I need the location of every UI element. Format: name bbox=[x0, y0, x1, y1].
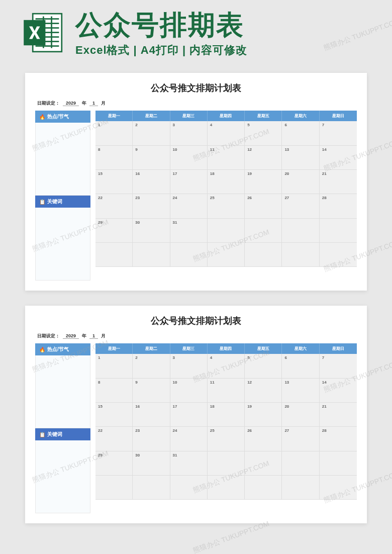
svg-rect-7 bbox=[36, 45, 59, 47]
day-cell: 19 bbox=[245, 403, 282, 427]
sidebar-keywords-header: 📋 关键词 bbox=[35, 428, 90, 440]
weekday-cell: 星期五 bbox=[245, 111, 282, 121]
preview-card-2: 公众号推文排期计划表 日期设定： 2029 年 1 月 🔥 热点/节气 📋 bbox=[25, 306, 367, 523]
weekday-cell: 星期一 bbox=[95, 111, 133, 121]
day-cell bbox=[95, 243, 133, 267]
day-cell bbox=[320, 243, 357, 267]
svg-rect-1 bbox=[36, 18, 59, 20]
weekday-cell: 星期日 bbox=[320, 343, 357, 354]
day-cell bbox=[282, 451, 319, 476]
day-cell bbox=[282, 219, 319, 243]
day-cell: 4 bbox=[208, 354, 245, 378]
day-cell bbox=[320, 476, 357, 500]
doc-title: 公众号推文排期计划表 bbox=[35, 82, 357, 94]
day-cell: 28 bbox=[320, 427, 357, 451]
weekday-cell: 星期二 bbox=[133, 343, 170, 354]
watermark: 熊猫办公 TUKUPPT.COM bbox=[192, 519, 271, 554]
weekday-cell: 星期四 bbox=[208, 111, 245, 121]
list-icon: 📋 bbox=[39, 199, 45, 205]
day-cell: 10 bbox=[170, 146, 208, 170]
day-cell bbox=[133, 476, 170, 500]
date-row: 日期设定： 2029 年 1 月 bbox=[35, 333, 357, 339]
doc-title: 公众号推文排期计划表 bbox=[35, 315, 357, 327]
day-cell: 15 bbox=[95, 403, 133, 427]
sidebar-hotspot-body bbox=[35, 355, 90, 428]
day-cell: 27 bbox=[282, 194, 319, 218]
calendar-header: 星期一星期二星期三星期四星期五星期六星期日 bbox=[95, 111, 357, 121]
day-cell: 16 bbox=[133, 403, 170, 427]
weekday-cell: 星期六 bbox=[282, 343, 319, 354]
weekday-cell: 星期一 bbox=[95, 343, 133, 354]
sidebar-hotspot-body bbox=[35, 123, 90, 196]
day-cell: 31 bbox=[170, 219, 208, 243]
flame-icon: 🔥 bbox=[39, 114, 45, 120]
day-cell: 25 bbox=[208, 427, 245, 451]
sidebar-hotspot-header: 🔥 热点/节气 bbox=[35, 343, 90, 355]
calendar: 星期一星期二星期三星期四星期五星期六星期日 123456789101112131… bbox=[95, 111, 357, 281]
day-cell: 15 bbox=[95, 170, 133, 194]
day-cell: 7 bbox=[320, 121, 357, 145]
sidebar-hotspot-header: 🔥 热点/节气 bbox=[35, 111, 90, 123]
day-cell: 29 bbox=[95, 451, 133, 476]
weekday-cell: 星期日 bbox=[320, 111, 357, 121]
day-cell: 2 bbox=[133, 121, 170, 145]
day-cell bbox=[208, 219, 245, 243]
flame-icon: 🔥 bbox=[39, 347, 45, 352]
day-cell: 5 bbox=[245, 354, 282, 378]
day-cell: 7 bbox=[320, 354, 357, 378]
day-cell bbox=[95, 476, 133, 500]
year-value: 2029 bbox=[63, 333, 79, 339]
day-cell: 2 bbox=[133, 354, 170, 378]
day-cell: 21 bbox=[320, 170, 357, 194]
sidebar-keywords-body bbox=[35, 208, 90, 281]
day-cell: 22 bbox=[95, 194, 133, 218]
day-cell: 6 bbox=[282, 354, 319, 378]
day-cell: 12 bbox=[245, 379, 282, 403]
day-cell: 8 bbox=[95, 379, 133, 403]
day-cell bbox=[282, 476, 319, 500]
day-cell bbox=[245, 219, 282, 243]
content-row: 🔥 热点/节气 📋 关键词 星期一星期二星期三星期四星期五星期六星期日 bbox=[35, 111, 357, 281]
day-cell: 24 bbox=[170, 427, 208, 451]
day-cell bbox=[170, 476, 208, 500]
day-cell: 6 bbox=[282, 121, 319, 145]
year-value: 2029 bbox=[63, 101, 79, 106]
day-cell: 18 bbox=[208, 403, 245, 427]
keywords-label: 关键词 bbox=[47, 431, 62, 438]
month-suffix: 月 bbox=[101, 100, 106, 107]
day-cell: 3 bbox=[170, 121, 208, 145]
day-cell: 13 bbox=[282, 379, 319, 403]
sidebar-hotspot-section: 🔥 热点/节气 bbox=[35, 111, 90, 196]
day-cell: 29 bbox=[95, 219, 133, 243]
day-cell bbox=[245, 451, 282, 476]
weekday-cell: 星期五 bbox=[245, 343, 282, 354]
day-cell bbox=[245, 243, 282, 267]
day-cell: 19 bbox=[245, 170, 282, 194]
day-cell: 25 bbox=[208, 194, 245, 218]
day-cell bbox=[320, 451, 357, 476]
date-row: 日期设定： 2029 年 1 月 bbox=[35, 100, 357, 107]
day-cell: 11 bbox=[208, 146, 245, 170]
day-cell: 14 bbox=[320, 379, 357, 403]
calendar-body: 1234567891011121314151617181920212223242… bbox=[95, 121, 357, 267]
sidebar: 🔥 热点/节气 📋 关键词 bbox=[35, 343, 90, 513]
weekday-cell: 星期三 bbox=[170, 343, 208, 354]
day-cell: 21 bbox=[320, 403, 357, 427]
day-cell: 31 bbox=[170, 451, 208, 476]
year-suffix: 年 bbox=[82, 333, 86, 339]
day-cell: 1 bbox=[95, 121, 133, 145]
excel-icon bbox=[20, 10, 65, 55]
date-label: 日期设定： bbox=[37, 100, 60, 107]
day-cell: 30 bbox=[133, 219, 170, 243]
day-cell bbox=[282, 243, 319, 267]
day-cell: 30 bbox=[133, 451, 170, 476]
day-cell: 28 bbox=[320, 194, 357, 218]
page-header: 公众号排期表 Excel格式 | A4打印 | 内容可修改 bbox=[0, 0, 392, 73]
sidebar-keywords-section: 📋 关键词 bbox=[35, 196, 90, 281]
day-cell: 13 bbox=[282, 146, 319, 170]
year-suffix: 年 bbox=[82, 100, 86, 107]
day-cell: 23 bbox=[133, 427, 170, 451]
day-cell bbox=[208, 476, 245, 500]
svg-rect-9 bbox=[51, 17, 52, 48]
day-cell bbox=[208, 451, 245, 476]
